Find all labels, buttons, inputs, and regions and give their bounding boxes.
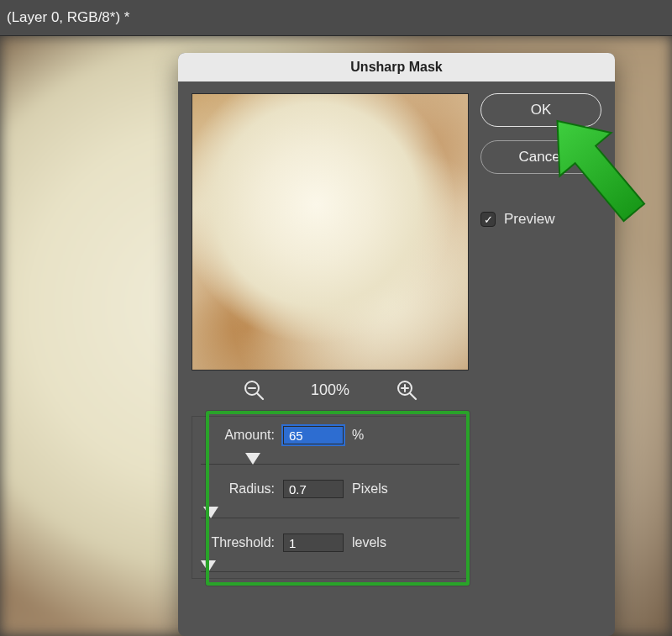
threshold-slider-thumb[interactable] (201, 560, 216, 572)
radius-unit: Pixels (352, 481, 388, 497)
slider-group: Amount: 65 % Radius: 0.7 Pixels (192, 416, 469, 579)
preview-label: Preview (504, 211, 554, 228)
unsharp-mask-dialog: Unsharp Mask 100% (178, 53, 615, 636)
amount-input[interactable]: 65 (283, 426, 344, 444)
app-stage: (Layer 0, RGB/8*) * Unsharp Mask 100% (0, 0, 672, 636)
document-title: (Layer 0, RGB/8*) * (7, 9, 129, 26)
zoom-out-icon[interactable] (243, 379, 265, 401)
radius-row: Radius: 0.7 Pixels (201, 477, 459, 501)
radius-slider[interactable] (201, 501, 459, 519)
dialog-title: Unsharp Mask (178, 53, 615, 81)
preview-checkbox-icon[interactable]: ✓ (480, 212, 496, 227)
dialog-body: 100% Amount: 65 % (178, 81, 615, 636)
document-titlebar: (Layer 0, RGB/8*) * (0, 0, 672, 35)
amount-label: Amount: (201, 428, 275, 443)
amount-unit: % (352, 428, 364, 443)
threshold-label: Threshold: (201, 535, 275, 550)
svg-line-4 (410, 393, 416, 399)
cancel-button[interactable]: Cancel (480, 140, 601, 174)
preview-toggle[interactable]: ✓ Preview (480, 211, 601, 228)
threshold-unit: levels (352, 535, 386, 550)
zoom-controls: 100% (192, 379, 469, 401)
ok-button[interactable]: OK (480, 93, 601, 127)
zoom-percent: 100% (305, 381, 355, 399)
svg-line-1 (257, 393, 263, 399)
zoom-in-icon[interactable] (396, 379, 417, 401)
amount-slider-thumb[interactable] (245, 453, 260, 465)
radius-input[interactable]: 0.7 (283, 480, 344, 498)
button-column: OK Cancel ✓ Preview (480, 93, 601, 579)
radius-slider-thumb[interactable] (203, 507, 218, 518)
preview-column: 100% Amount: 65 % (192, 93, 469, 579)
threshold-input[interactable]: 1 (283, 534, 344, 552)
radius-label: Radius: (201, 481, 275, 497)
threshold-slider[interactable] (201, 555, 459, 573)
filter-preview[interactable] (192, 93, 469, 371)
amount-row: Amount: 65 % (201, 423, 459, 447)
amount-slider[interactable] (201, 447, 459, 465)
threshold-row: Threshold: 1 levels (201, 531, 459, 555)
